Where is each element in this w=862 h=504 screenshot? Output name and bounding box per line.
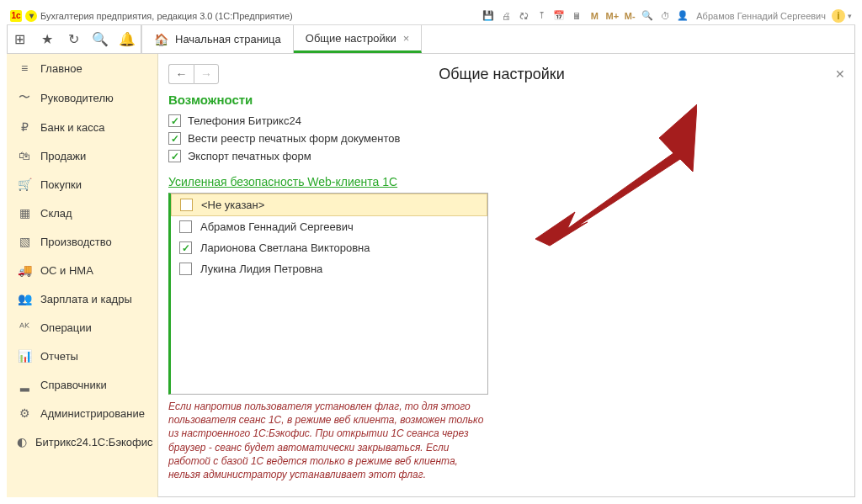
user-name: Ларионова Светлана Викторовна — [200, 241, 370, 254]
user-checkbox[interactable] — [180, 199, 193, 211]
user-name: <Не указан> — [201, 199, 264, 211]
sidebar-item-8[interactable]: 👥Зарплата и кадры — [7, 284, 157, 313]
titlebar: 1c ▾ Бухгалтерия предприятия, редакция 3… — [7, 7, 855, 25]
close-page-button[interactable]: ✕ — [835, 67, 845, 81]
sidebar-item-label: Зарплата и кадры — [40, 293, 132, 305]
sidebar-item-icon: 🛍 — [17, 149, 32, 162]
user-icon[interactable]: 👤 — [675, 8, 690, 24]
users-list: <Не указан>Абрамов Геннадий СергеевичЛар… — [168, 193, 488, 395]
sidebar-item-10[interactable]: 📊Отчеты — [7, 342, 157, 370]
user-row-0[interactable]: <Не указан> — [171, 194, 487, 216]
sidebar-item-label: ОС и НМА — [40, 264, 93, 277]
sidebar-item-icon: ▂ — [17, 378, 32, 391]
sidebar-item-label: Производство — [40, 236, 112, 248]
home-icon: 🏠 — [154, 33, 168, 46]
sidebar-item-5[interactable]: ▦Склад — [7, 199, 157, 227]
capability-checkbox[interactable] — [168, 132, 181, 145]
tab-home-label: Начальная страница — [175, 33, 281, 45]
window-title: Бухгалтерия предприятия, редакция 3.0 (1… — [40, 11, 293, 21]
bell-icon[interactable]: 🔔 — [114, 25, 141, 54]
zoom-icon[interactable]: 🔍 — [640, 8, 655, 24]
current-user[interactable]: Абрамов Геннадий Сергеевич — [693, 11, 829, 21]
page-title: Общие настройки — [168, 66, 835, 83]
sidebar-item-icon: ◐ — [17, 435, 27, 448]
calendar-icon[interactable]: 📅 — [551, 8, 567, 24]
user-name: Абрамов Геннадий Сергеевич — [200, 220, 354, 233]
tab-close-icon[interactable]: × — [403, 32, 410, 45]
memory-m-button[interactable]: M — [587, 8, 602, 24]
capability-label: Экспорт печатных форм — [188, 150, 311, 162]
favorites-icon[interactable]: ★ — [34, 25, 61, 54]
tab-settings-label: Общие настройки — [306, 32, 396, 45]
hint-text: Если напротив пользователя установлен фл… — [168, 400, 488, 481]
history-icon[interactable]: ↻ — [61, 25, 88, 54]
sidebar-item-label: Продажи — [40, 150, 86, 162]
sidebar-item-label: Операции — [40, 321, 92, 334]
sidebar-item-4[interactable]: 🛒Покупки — [7, 170, 157, 199]
sidebar-item-6[interactable]: ▧Производство — [7, 227, 157, 256]
apps-grid-icon[interactable]: ⊞ — [7, 25, 34, 54]
upload-icon[interactable]: ⤒ — [534, 8, 549, 24]
print-icon[interactable]: 🖨 — [498, 8, 513, 24]
sidebar-item-label: Справочники — [40, 379, 107, 391]
sidebar-item-3[interactable]: 🛍Продажи — [7, 141, 157, 170]
sidebar-item-2[interactable]: ₽Банк и касса — [7, 113, 157, 141]
sidebar-item-label: Покупки — [40, 178, 82, 191]
capability-label: Телефония Битрикс24 — [188, 114, 301, 127]
info-dropdown-icon[interactable]: ▾ — [848, 12, 852, 20]
tab-settings[interactable]: Общие настройки × — [294, 25, 423, 53]
capability-row-2: Экспорт печатных форм — [168, 147, 845, 165]
sidebar-item-0[interactable]: ≡Главное — [7, 54, 157, 82]
capability-row-1: Вести реестр печатных форм документов — [168, 130, 845, 147]
sidebar-item-icon: ▦ — [17, 206, 32, 220]
memory-mplus-button[interactable]: M+ — [604, 8, 620, 24]
sidebar-item-icon: 📊 — [17, 349, 32, 363]
section-capabilities: Возможности — [168, 93, 845, 107]
sidebar-item-1[interactable]: 〜Руководителю — [7, 82, 157, 113]
user-name: Лукина Лидия Петровна — [200, 263, 322, 275]
sidebar-item-icon: ⚙ — [17, 406, 32, 420]
sidebar-item-7[interactable]: 🚚ОС и НМА — [7, 256, 157, 284]
memory-mminus-button[interactable]: M- — [622, 8, 637, 24]
capability-checkbox[interactable] — [168, 150, 181, 162]
sidebar-item-icon: 〜 — [17, 90, 32, 105]
sidebar-item-icon: ᴬᴷ — [17, 321, 32, 334]
sidebar-item-13[interactable]: ◐Битрикс24.1С:Бэкофис — [7, 427, 157, 456]
tab-home[interactable]: 🏠 Начальная страница — [142, 25, 294, 53]
content: ← → Общие настройки ✕ Возможности Телефо… — [158, 54, 855, 497]
sidebar-item-12[interactable]: ⚙Администрирование — [7, 399, 157, 427]
sidebar-item-icon: 👥 — [17, 292, 32, 305]
user-row-2[interactable]: Ларионова Светлана Викторовна — [171, 237, 487, 258]
sidebar-item-icon: ₽ — [17, 120, 32, 134]
sidebar-item-9[interactable]: ᴬᴷОперации — [7, 313, 157, 342]
sidebar-item-icon: 🚚 — [17, 263, 32, 277]
sidebar-item-label: Отчеты — [40, 350, 78, 363]
sidebar-item-icon: 🛒 — [17, 178, 32, 191]
sidebar-item-label: Главное — [40, 62, 82, 75]
user-checkbox[interactable] — [179, 241, 192, 254]
user-row-1[interactable]: Абрамов Геннадий Сергеевич — [171, 216, 487, 237]
info-icon[interactable]: i — [832, 9, 845, 23]
search-icon[interactable]: 🔍 — [87, 25, 114, 54]
save-icon[interactable]: 💾 — [481, 8, 496, 24]
sidebar-item-label: Администрирование — [40, 407, 145, 420]
sidebar-item-label: Руководителю — [40, 92, 114, 104]
sidebar-item-label: Банк и касса — [40, 121, 105, 134]
sidebar: ≡Главное〜Руководителю₽Банк и касса🛍Прода… — [7, 54, 158, 497]
user-row-3[interactable]: Лукина Лидия Петровна — [171, 258, 487, 279]
sidebar-item-label: Склад — [40, 207, 72, 220]
sidebar-item-icon: ▧ — [17, 235, 32, 248]
calc-icon[interactable]: 🖩 — [569, 8, 584, 24]
capability-label: Вести реестр печатных форм документов — [188, 132, 400, 145]
enhanced-security-link[interactable]: Усиленная безопасность Web-клиента 1С — [168, 175, 397, 189]
sidebar-item-11[interactable]: ▂Справочники — [7, 370, 157, 399]
refresh-icon[interactable]: 🗘 — [516, 8, 531, 24]
sidebar-item-label: Битрикс24.1С:Бэкофис — [35, 436, 153, 448]
user-checkbox[interactable] — [179, 263, 192, 275]
app-star-icon[interactable]: ▾ — [25, 10, 37, 22]
capability-checkbox[interactable] — [168, 114, 181, 127]
time-icon[interactable]: ⏱ — [657, 8, 673, 24]
one-c-icon: 1c — [10, 10, 22, 22]
sidebar-item-icon: ≡ — [17, 61, 32, 75]
user-checkbox[interactable] — [179, 220, 192, 233]
